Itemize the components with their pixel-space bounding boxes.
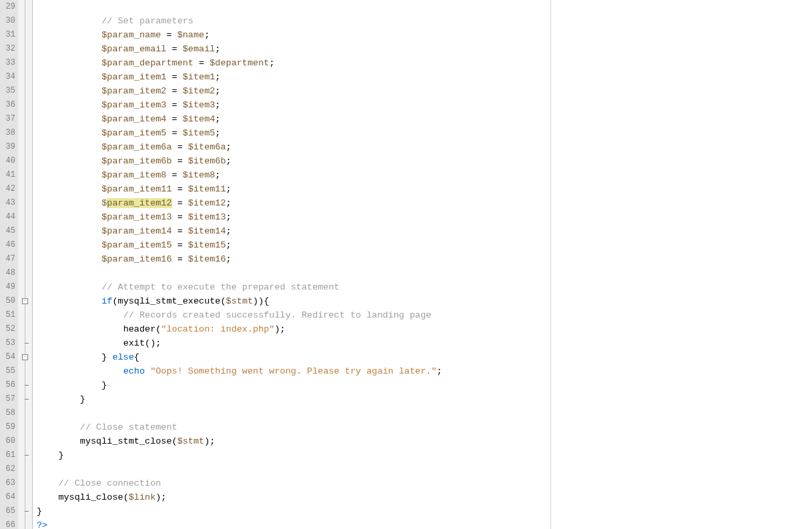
code-line[interactable]: $param_item12 = $item12; [37, 196, 812, 210]
variable: $item6a [188, 142, 226, 152]
code-content[interactable]: // Set parameters $param_name = $name; $… [33, 0, 812, 529]
line-number: 47 [0, 252, 18, 266]
variable: $param_item6b [101, 156, 171, 166]
code-line[interactable]: $param_email = $email; [37, 42, 812, 56]
code-line[interactable]: $param_item15 = $item15; [37, 238, 812, 252]
code-line[interactable]: } [37, 392, 812, 406]
code-line[interactable]: $param_item8 = $item8; [37, 168, 812, 182]
comment: // Close statement [80, 422, 177, 432]
code-line[interactable]: } [37, 448, 812, 462]
php-close: ?> [37, 520, 47, 529]
line-number: 60 [0, 434, 18, 448]
line-number: 64 [0, 490, 18, 504]
code-line[interactable]: // Attempt to execute the prepared state… [37, 280, 812, 294]
comment: // Close connection [58, 478, 161, 488]
code-line[interactable]: $param_item14 = $item14; [37, 224, 812, 238]
keyword: if [101, 296, 112, 306]
code-line[interactable]: $param_department = $department; [37, 56, 812, 70]
line-number: 57 [0, 392, 18, 406]
code-line[interactable]: $param_item6b = $item6b; [37, 154, 812, 168]
variable: $stmt [177, 436, 205, 446]
line-number: 65 [0, 504, 18, 518]
code-line[interactable]: exit(); [37, 336, 812, 350]
line-number-gutter: 2930313233343536373839404142434445464748… [0, 0, 18, 529]
column-guide [550, 0, 551, 529]
code-line[interactable]: ?> [37, 518, 812, 529]
code-line[interactable]: header("location: index.php"); [37, 322, 812, 336]
variable: $param_item3 [101, 100, 166, 110]
line-number: 59 [0, 420, 18, 434]
code-line[interactable]: mysqli_stmt_close($stmt); [37, 434, 812, 448]
code-line[interactable]: $param_item4 = $item4; [37, 112, 812, 126]
variable: $param_item16 [101, 254, 171, 264]
fold-toggle-icon[interactable]: - [22, 298, 28, 304]
fold-end-marker [25, 511, 29, 512]
code-line[interactable]: } [37, 504, 812, 518]
code-line[interactable] [37, 462, 812, 476]
code-editor[interactable]: 2930313233343536373839404142434445464748… [0, 0, 812, 529]
variable: $department [210, 58, 269, 68]
variable: $param_item11 [101, 184, 171, 194]
variable: $param_item4 [101, 114, 166, 124]
code-line[interactable]: mysqli_close($link); [37, 490, 812, 504]
fold-end-marker [25, 343, 29, 344]
code-line[interactable]: $param_item6a = $item6a; [37, 140, 812, 154]
line-number: 45 [0, 224, 18, 238]
code-line[interactable]: $param_name = $name; [37, 28, 812, 42]
code-line[interactable]: $param_item13 = $item13; [37, 210, 812, 224]
variable: $name [177, 30, 205, 40]
code-line[interactable]: $param_item16 = $item16; [37, 252, 812, 266]
line-number: 33 [0, 56, 18, 70]
code-line[interactable]: echo "Oops! Something went wrong. Please… [37, 364, 812, 378]
line-number: 39 [0, 140, 18, 154]
line-number: 58 [0, 406, 18, 420]
code-line[interactable]: } else{ [37, 350, 812, 364]
code-line[interactable] [37, 266, 812, 280]
line-number: 42 [0, 182, 18, 196]
line-number: 63 [0, 476, 18, 490]
code-line[interactable]: if(mysqli_stmt_execute($stmt)){ [37, 294, 812, 308]
code-line[interactable]: $param_item2 = $item2; [37, 84, 812, 98]
code-line[interactable]: // Close statement [37, 420, 812, 434]
line-number: 35 [0, 84, 18, 98]
code-line[interactable]: } [37, 378, 812, 392]
function-name: mysqli_close [58, 492, 123, 502]
variable: $param_item5 [101, 128, 166, 138]
code-line[interactable] [37, 406, 812, 420]
variable: $link [129, 492, 156, 502]
fold-end-marker [25, 385, 29, 386]
variable: $param_item13 [101, 212, 171, 222]
fold-end-marker [25, 455, 29, 456]
line-number: 50 [0, 294, 18, 308]
fold-toggle-icon[interactable]: - [22, 354, 28, 360]
code-line[interactable]: $param_item11 = $item11; [37, 182, 812, 196]
comment: // Records created successfully. Redirec… [123, 310, 432, 320]
line-number: 51 [0, 308, 18, 322]
line-number: 44 [0, 210, 18, 224]
line-number: 46 [0, 238, 18, 252]
line-number: 38 [0, 126, 18, 140]
comment: // Set parameters [101, 16, 193, 26]
comment: // Attempt to execute the prepared state… [101, 282, 339, 292]
code-line[interactable]: $param_item1 = $item1; [37, 70, 812, 84]
variable: $param_item15 [101, 240, 171, 250]
variable: $param_email [101, 44, 166, 54]
code-line[interactable]: $param_item5 = $item5; [37, 126, 812, 140]
line-number: 48 [0, 266, 18, 280]
variable: $item13 [188, 212, 226, 222]
function-name: mysqli_stmt_execute [118, 296, 221, 306]
variable: $param_item8 [101, 170, 166, 180]
line-number: 40 [0, 154, 18, 168]
line-number: 55 [0, 364, 18, 378]
code-line[interactable]: // Records created successfully. Redirec… [37, 308, 812, 322]
code-line[interactable] [37, 0, 812, 14]
line-number: 31 [0, 28, 18, 42]
line-number: 32 [0, 42, 18, 56]
keyword: else [112, 352, 133, 362]
variable: $stmt [226, 296, 254, 306]
code-line[interactable]: $param_item3 = $item3; [37, 98, 812, 112]
code-line[interactable]: // Close connection [37, 476, 812, 490]
code-line[interactable]: // Set parameters [37, 14, 812, 28]
line-number: 49 [0, 280, 18, 294]
fold-column[interactable]: -- [18, 0, 33, 529]
